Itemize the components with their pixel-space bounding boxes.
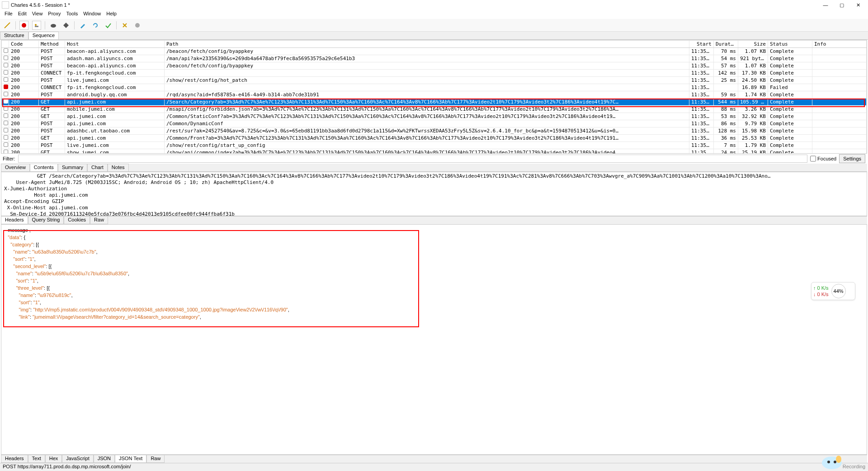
svg-point-3 [51,24,56,28]
menubar: File Edit View Proxy Tools Window Help [0,10,868,19]
broom-icon[interactable] [3,21,12,30]
turtle-icon[interactable] [49,21,58,30]
table-row[interactable]: 200CONNECTfp-it.fengkongcloud.com11:35:1… [2,70,867,77]
settings-button[interactable]: Settings [839,154,865,163]
menu-tools[interactable]: Tools [63,10,80,19]
titlebar: Charles 4.5.6 - Session 1 * — ▢ ✕ [0,0,868,10]
view-tabs: Structure Sequence [0,32,868,40]
table-row[interactable]: 200GETmobile.jumei.com/msapi/config/forb… [2,106,867,113]
table-row[interactable]: 200POSTapi.jumei.com/Common/DynamicConf1… [2,120,867,127]
json-line: "data": { [5,234,863,241]
svg-point-0 [22,23,26,28]
htab-cookies[interactable]: Cookies [64,217,90,224]
body-view-tabs: Headers Text Hex JavaScript JSON JSON Te… [1,455,867,463]
table-row[interactable]: 200CONNECTfp-it.fengkongcloud.com11:35:1… [2,84,867,91]
refresh-icon[interactable] [91,21,100,30]
json-line: "img": "http:\/\/mp5.jmstatic.com\/produ… [5,306,863,313]
json-line: "sort": "1", [5,255,863,263]
tab-overview[interactable]: Overview [1,164,30,171]
col-code[interactable]: Code [9,41,39,48]
table-row[interactable]: 200GETshow.jumei.com/show/api/common/ind… [2,149,867,154]
col-duration[interactable]: Duration [714,41,738,48]
btab-json[interactable]: JSON [94,455,115,463]
filter-input[interactable] [18,155,808,163]
table-row[interactable]: 200GETapi.jumei.com/Common/Front?ab=3%3A… [2,135,867,142]
tab-chart[interactable]: Chart [87,164,108,171]
request-headers-pane[interactable]: GET /Search/Category?ab=3%3Ad%7C7%3Ae%7C… [1,172,867,216]
json-line: message , [5,226,863,234]
htab-raw[interactable]: Raw [90,217,108,224]
detail-tabs: Overview Contents Summary Chart Notes [1,164,867,172]
json-line: "sort": "1", [5,277,863,284]
table-row[interactable]: 200POSTbeacon-api.aliyuncs.com/beacon/fe… [2,48,867,55]
throttle-icon[interactable] [32,21,41,30]
focused-checkbox[interactable]: Focused [810,155,836,163]
col-path[interactable]: Path [165,41,689,48]
menu-window[interactable]: Window [80,10,104,19]
json-line: "link": "jumeimall:\/\/page\/search\/fil… [5,313,863,320]
mascot-icon [814,452,850,470]
tab-summary[interactable]: Summary [58,164,87,171]
table-row[interactable]: 200GETapi.jumei.com/Common/StaticConf?ab… [2,113,867,120]
table-row[interactable]: 200POSTadash.man.aliyuncs.com/man/api?ak… [2,55,867,62]
maximize-button[interactable]: ▢ [834,0,850,10]
col-info[interactable]: Info [812,41,867,48]
upload-speed: ↑ 0 K/s [813,285,829,291]
btab-js[interactable]: JavaScript [62,455,93,463]
minimize-button[interactable]: — [817,0,834,10]
col-status[interactable]: Status [768,41,812,48]
btab-json-text[interactable]: JSON Text [115,455,146,463]
speed-widget: ↑ 0 K/s ↓ 0 K/s 44% [811,282,855,300]
menu-help[interactable]: Help [104,10,119,19]
btab-headers[interactable]: Headers [1,455,28,463]
col-size[interactable]: Size [738,41,768,48]
pencil-icon[interactable] [78,21,87,30]
htab-headers[interactable]: Headers [1,217,28,224]
table-row[interactable]: 200POSTlive.jumei.com/show/rest/config/h… [2,77,867,84]
response-body-pane[interactable]: message , "data": { "category": [{ "name… [1,224,867,455]
menu-proxy[interactable]: Proxy [45,10,63,19]
svg-point-2 [35,24,37,26]
table-row[interactable]: 200POSTandroid.bugly.qq.com/rqd/async?ai… [2,91,867,99]
close-button[interactable]: ✕ [850,0,866,10]
menu-edit[interactable]: Edit [15,10,29,19]
svg-point-7 [827,461,830,463]
col-host[interactable]: Host [65,41,165,48]
btab-raw[interactable]: Raw [146,455,165,463]
tab-sequence[interactable]: Sequence [28,32,59,39]
check-icon[interactable] [104,21,113,30]
btab-hex[interactable]: Hex [45,455,62,463]
table-row[interactable]: 200POSTlive.jumei.com/show/rest/config/s… [2,142,867,149]
tab-notes[interactable]: Notes [108,164,129,171]
breakpoints-icon[interactable] [61,21,71,30]
tools-icon[interactable] [120,21,129,30]
svg-point-8 [834,461,836,463]
json-line: "category": [{ [5,241,863,248]
table-row[interactable]: 200POSTbeacon-api.aliyuncs.com/beacon/fe… [2,62,867,70]
svg-marker-4 [63,23,69,28]
col-method[interactable]: Method [39,41,65,48]
tab-contents[interactable]: Contents [30,164,58,171]
statusbar: POST https://array711.prod.do.dsp.mp.mic… [0,463,868,471]
tab-structure[interactable]: Structure [0,32,28,39]
json-line: "name": "\u9762\u819c", [5,292,863,299]
requests-table[interactable]: Code Method Host Path Start Duration Siz… [1,40,867,154]
settings-icon[interactable] [133,21,142,30]
menu-view[interactable]: View [29,10,46,19]
svg-rect-1 [35,26,38,27]
status-text: POST https://array711.prod.do.dsp.mp.mic… [3,464,131,469]
toolbar [0,19,868,32]
record-icon[interactable] [19,21,28,30]
app-icon [2,1,9,9]
table-row[interactable]: 200GETapi.jumei.com/Search/Category?ab=3… [2,99,867,106]
svg-point-9 [836,456,841,463]
col-start[interactable]: Start [689,41,714,48]
htab-query[interactable]: Query String [28,217,64,224]
window-title: Charles 4.5.6 - Session 1 * [11,2,817,8]
menu-file[interactable]: File [2,10,15,19]
table-row[interactable]: 200POSTadashbc.ut.taobao.com/rest/sur?ak… [2,127,867,135]
btab-text[interactable]: Text [28,455,45,463]
download-speed: ↓ 0 K/s [813,292,829,297]
json-line: "sort": "1", [5,299,863,306]
header-view-tabs: Headers Query String Cookies Raw [1,216,867,224]
